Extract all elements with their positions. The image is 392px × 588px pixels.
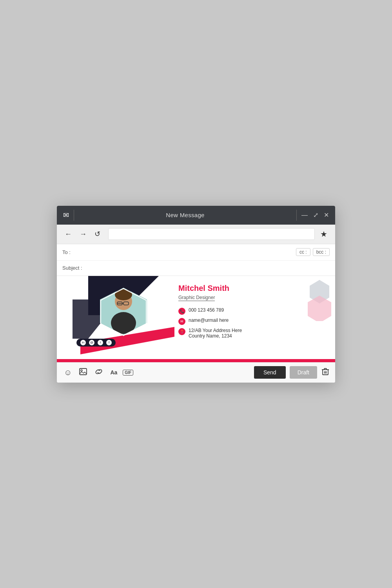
svg-rect-14 xyxy=(80,368,87,375)
trash-button[interactable] xyxy=(321,367,330,378)
signature-left: in @ t f xyxy=(57,276,167,358)
title-divider-right xyxy=(296,210,297,221)
link-icon xyxy=(94,367,103,376)
email-body: in @ t f xyxy=(57,276,335,362)
email-window: ✉ New Message — ⤢ ✕ ← → ↺ ★ To : cc : bc… xyxy=(57,206,335,383)
to-label: To : xyxy=(62,249,78,255)
trash-icon xyxy=(321,367,330,376)
subject-row: Subject : xyxy=(57,261,335,276)
image-button[interactable] xyxy=(77,366,89,379)
svg-point-7 xyxy=(115,289,132,300)
sig-email: name@urmail here xyxy=(189,318,229,323)
back-button[interactable]: ← xyxy=(62,229,74,240)
window-controls: — ⤢ ✕ xyxy=(301,212,329,218)
nav-bar: ← → ↺ ★ xyxy=(57,225,335,244)
link-button[interactable] xyxy=(93,366,105,379)
svg-point-15 xyxy=(81,370,82,371)
title-bar: ✉ New Message — ⤢ ✕ xyxy=(57,206,335,225)
sig-email-row: ✉ name@urmail here xyxy=(178,318,327,325)
image-icon xyxy=(79,367,87,376)
facebook-icon[interactable]: f xyxy=(106,340,112,345)
linkedin-icon[interactable]: in xyxy=(80,340,86,345)
window-title: New Message xyxy=(79,212,292,218)
sig-phone-row: 📞 000 123 456 789 xyxy=(178,307,327,315)
social-bar: in @ t f xyxy=(76,339,116,347)
emoji-button[interactable]: ☺ xyxy=(62,367,73,379)
mail-icon: ✉ xyxy=(63,211,69,220)
sig-contact-info: 📞 000 123 456 789 ✉ name@urmail here 📍 1… xyxy=(178,307,327,339)
to-row: To : cc : bcc : xyxy=(57,244,335,261)
red-accent-bar xyxy=(57,359,335,362)
cc-button[interactable]: cc : xyxy=(296,248,310,256)
sig-address-row: 📍 12/AB Your Address Here Country Name, … xyxy=(178,328,327,339)
address-section: To : cc : bcc : Subject : xyxy=(57,244,335,276)
sig-job-title: Graphic Designer xyxy=(178,295,215,301)
subject-label: Subject : xyxy=(62,265,90,271)
subject-input[interactable] xyxy=(90,265,330,271)
forward-button[interactable]: → xyxy=(77,229,89,240)
sig-last-name: Smith xyxy=(207,284,229,292)
sig-address-line1: 12/AB Your Address Here xyxy=(189,328,242,333)
font-button[interactable]: Aa xyxy=(109,368,119,377)
sig-first-name: Mitchel xyxy=(178,284,205,292)
sig-phone: 000 123 456 789 xyxy=(189,307,224,313)
sig-address-line2: Country Name, 1234 xyxy=(189,333,232,339)
signature-card: in @ t f xyxy=(57,276,335,358)
cc-bcc-area: cc : bcc : xyxy=(296,248,330,256)
instagram-icon[interactable]: @ xyxy=(89,340,94,345)
gif-button[interactable]: GIF xyxy=(123,370,133,376)
signature-right: Mitchel Smith Graphic Designer 📞 000 123… xyxy=(167,276,335,358)
profile-photo xyxy=(100,288,147,342)
email-icon: ✉ xyxy=(178,318,185,325)
maximize-button[interactable]: ⤢ xyxy=(313,212,318,218)
to-input[interactable] xyxy=(78,244,296,260)
url-bar[interactable] xyxy=(108,228,315,240)
sig-address: 12/AB Your Address Here Country Name, 12… xyxy=(189,328,242,339)
close-button[interactable]: ✕ xyxy=(324,212,329,218)
send-button[interactable]: Send xyxy=(254,366,286,379)
sig-info: Mitchel Smith Graphic Designer 📞 000 123… xyxy=(178,284,327,339)
refresh-button[interactable]: ↺ xyxy=(92,228,103,240)
minimize-button[interactable]: — xyxy=(301,212,308,218)
sig-full-name: Mitchel Smith xyxy=(178,284,327,293)
bookmark-star-icon[interactable]: ★ xyxy=(318,228,330,240)
location-icon: 📍 xyxy=(178,328,185,335)
compose-toolbar: ☺ Aa GIF Send Draft xyxy=(57,362,335,383)
twitter-icon[interactable]: t xyxy=(98,340,103,345)
phone-icon: 📞 xyxy=(178,308,185,315)
bcc-button[interactable]: bcc : xyxy=(313,248,330,256)
title-divider-left xyxy=(74,210,74,221)
draft-button[interactable]: Draft xyxy=(290,366,317,379)
